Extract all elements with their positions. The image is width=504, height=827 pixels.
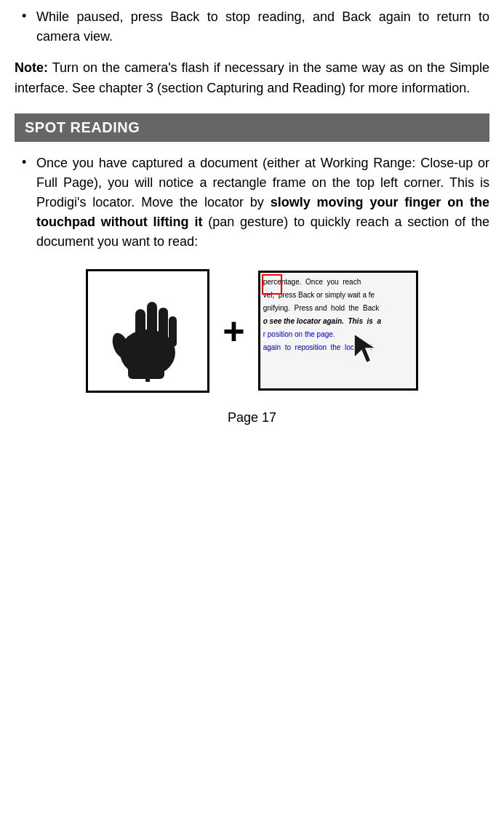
bullet-item-2: • Once you have captured a document (eit… (15, 153, 489, 252)
bullet-dot-1: • (22, 9, 36, 24)
section-header-spot-reading: SPOT READING (15, 113, 489, 142)
bullet-text-2: Once you have captured a document (eithe… (36, 153, 489, 252)
section-header-title: SPOT READING (25, 119, 140, 135)
screen-line-6: again to reposition the locator i (260, 341, 416, 354)
bullet-dot-2: • (22, 155, 36, 170)
note-label: Note: (15, 60, 48, 75)
bullet-text-1: While paused, press Back to stop reading… (36, 7, 489, 47)
cursor-icon (351, 330, 387, 367)
screen-line-1: percentage. Once you reach (260, 276, 416, 289)
screen-line-5: r position on the page. (260, 328, 416, 341)
svg-marker-7 (354, 334, 376, 363)
bullet-item-1: • While paused, press Back to stop readi… (15, 7, 489, 47)
plus-symbol: + (223, 309, 244, 353)
screen-content: percentage. Once you reach vel, press Ba… (260, 276, 416, 354)
image-row: + percentage. Once you reach vel, press … (15, 269, 489, 393)
svg-rect-6 (128, 366, 164, 379)
svg-rect-5 (169, 316, 177, 347)
note-text: Turn on the camera's flash if necessary … (15, 60, 489, 95)
svg-rect-3 (147, 302, 157, 342)
screen-image-box: percentage. Once you reach vel, press Ba… (258, 271, 418, 391)
bullet-section-1: • While paused, press Back to stop readi… (15, 7, 489, 47)
note-section: Note: Turn on the camera's flash if nece… (15, 58, 489, 99)
svg-rect-2 (135, 309, 145, 345)
screen-line-2: vel, press Back or simply wait a fe (260, 289, 416, 302)
cursor-overlay (351, 330, 387, 367)
hand-image-box (86, 269, 209, 393)
hand-icon (100, 280, 195, 382)
screen-line-3: gnifying. Press and hold the Back (260, 302, 416, 315)
red-rect-indicator (262, 274, 282, 295)
page-number: Page 17 (15, 410, 489, 426)
svg-rect-4 (159, 308, 168, 345)
screen-line-4: o see the locator again. This is a (260, 315, 416, 328)
bullet-section-2: • Once you have captured a document (eit… (15, 153, 489, 252)
